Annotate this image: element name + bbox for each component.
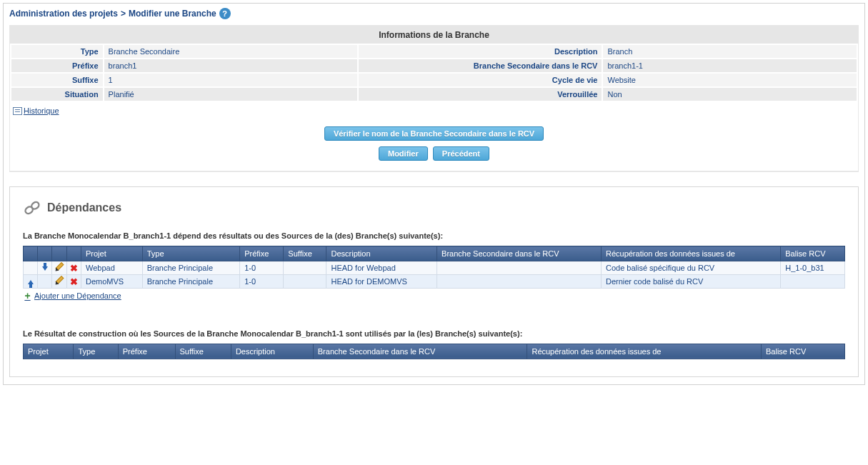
dependencies-header: Dépendances [23,199,845,217]
cell-retrieval: Code balisé spécifique du RCV [601,261,780,275]
col-rcv: Branche Secondaire dans le RCV [313,344,527,359]
arrow-down-icon [42,266,48,271]
col-retrieval: Récupération des données issues de [601,246,780,261]
cell-project: DemoMVS [81,275,143,289]
col-prefix: Préfixe [240,246,284,261]
col-edit [52,246,67,261]
breadcrumb: Administration des projets > Modifier un… [9,8,859,19]
plus-icon: + [23,291,32,300]
arrow-up-icon [28,280,34,284]
move-down-button[interactable] [38,261,52,275]
delete-button[interactable]: ✖ [67,275,81,289]
table-header-row: Projet Type Préfixe Suffixe Description … [24,246,845,261]
panel-title: Informations de la Branche [10,26,858,44]
label-rcv: Branche Secondaire dans le RCV [359,59,602,72]
col-suffix: Suffixe [284,246,326,261]
col-type: Type [142,246,239,261]
cell-prefix: 1-0 [240,275,284,289]
button-row-2: Modifier Précédent [10,145,858,162]
col-move-down [38,246,52,261]
cell-rcv [437,261,602,275]
move-down-cell [38,275,52,289]
previous-button[interactable]: Précédent [433,146,489,161]
history-link[interactable]: Historique [13,106,59,115]
history-link-label: Historique [24,106,59,115]
modify-button[interactable]: Modifier [379,146,428,161]
value-description: Branch [603,45,857,58]
dependencies-intro-2: Le Résultat de construction où les Sourc… [23,329,845,338]
cell-rcv [437,275,602,289]
col-delete [67,246,81,261]
dependencies-intro-1: La Branche Monocalendar B_branch1-1 dépe… [23,231,845,240]
label-prefix: Préfixe [11,59,103,72]
cell-tag [781,275,845,289]
col-move-up [24,246,38,261]
cell-project: Webpad [81,261,143,275]
add-dependency-link[interactable]: + Ajouter une Dépendance [23,291,121,300]
label-type: Type [11,45,103,58]
value-prefix: branch1 [104,59,358,72]
value-type: Branche Secondaire [104,45,358,58]
label-description: Description [359,45,602,58]
verify-rcv-button[interactable]: Vérifier le nom de la Branche Secondaire… [324,126,544,141]
col-rcv: Branche Secondaire dans le RCV [437,246,602,261]
button-row-1: Vérifier le nom de la Branche Secondaire… [10,125,858,142]
delete-button[interactable]: ✖ [67,261,81,275]
info-table: Type Branche Secondaire Description Bran… [10,44,858,102]
value-suffix: 1 [104,74,358,86]
value-lifecycle: Website [603,74,857,86]
value-locked: Non [603,88,857,101]
value-rcv: branch1-1 [603,59,857,72]
col-prefix: Préfixe [118,344,175,359]
table-header-row: Projet Type Préfixe Suffixe Description … [24,344,845,359]
help-icon[interactable]: ? [219,8,231,19]
cell-description: HEAD for Webpad [326,261,437,275]
edit-button[interactable] [52,275,67,289]
cell-suffix [284,261,326,275]
cell-tag: H_1-0_b31 [781,261,845,275]
breadcrumb-part2: Modifier une Branche [129,9,216,19]
cell-retrieval: Dernier code balisé du RCV [601,275,780,289]
table-row: ✖ DemoMVS Branche Principale 1-0 HEAD fo… [24,275,845,289]
add-dependency-label: Ajouter une Dépendance [34,291,121,300]
chain-icon [23,199,41,217]
history-icon [13,107,22,115]
table-row: ✖ Webpad Branche Principale 1-0 HEAD for… [24,261,845,275]
col-retrieval: Récupération des données issues de [527,344,762,359]
dependencies-section: Dépendances La Branche Monocalendar B_br… [9,186,859,377]
cell-description: HEAD for DEMOMVS [326,275,437,289]
label-status: Situation [11,88,103,101]
branch-info-panel: Informations de la Branche Type Branche … [9,25,859,172]
value-status: Planifié [104,88,358,101]
move-up-cell [24,261,38,275]
dependencies-table-1: Projet Type Préfixe Suffixe Description … [23,246,845,289]
page-container: Administration des projets > Modifier un… [3,3,865,385]
move-up-button[interactable] [24,275,38,289]
col-tag: Balise RCV [781,246,845,261]
col-description: Description [326,246,437,261]
col-project: Projet [24,344,74,359]
delete-icon: ✖ [70,263,78,274]
col-project: Projet [81,246,143,261]
cell-suffix [284,275,326,289]
col-tag: Balise RCV [762,344,845,359]
cell-type: Branche Principale [142,261,239,275]
cell-prefix: 1-0 [240,261,284,275]
dependencies-table-2: Projet Type Préfixe Suffixe Description … [23,344,845,359]
pencil-icon [55,276,64,285]
col-description: Description [231,344,313,359]
label-locked: Verrouillée [359,88,602,101]
breadcrumb-part1: Administration des projets [9,9,118,19]
cell-type: Branche Principale [142,275,239,289]
label-lifecycle: Cycle de vie [359,74,602,86]
breadcrumb-separator: > [121,9,126,19]
col-type: Type [74,344,118,359]
dependencies-title: Dépendances [47,201,121,214]
label-suffix: Suffixe [11,74,103,86]
delete-icon: ✖ [70,276,78,287]
col-suffix: Suffixe [175,344,231,359]
edit-button[interactable] [52,261,67,275]
pencil-icon [55,263,64,271]
